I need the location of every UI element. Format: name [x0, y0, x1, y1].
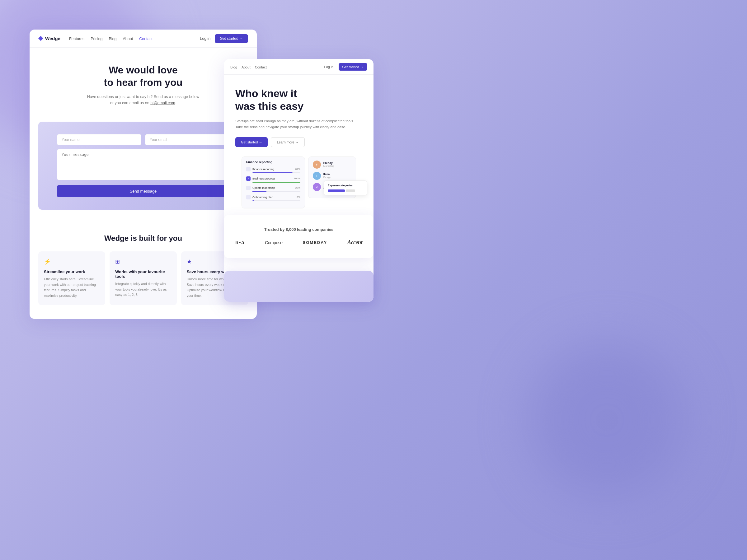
logo[interactable]: Wedge — [38, 36, 60, 41]
task-icon-finance — [246, 167, 251, 171]
right-hero: Who knew it was this easy Startups are h… — [224, 75, 374, 216]
task-icon-leadership — [246, 186, 251, 190]
right-hero-desc: Startups are hard enough as they are, wi… — [235, 118, 362, 130]
contact-description: Have questions or just want to say hi? S… — [42, 94, 244, 106]
user-item-freddy: F Freddy Marketing — [313, 161, 352, 169]
feature-desc-2: Integrate quickly and directly with your… — [115, 281, 171, 298]
task-item-proposal: ✓ Business proposal 100% — [246, 177, 300, 183]
tasks-card: Finance reporting Finance reporting 84% … — [241, 157, 305, 209]
user-name-ilana: Ilana — [324, 173, 352, 176]
trusted-logos: n•a Compose SOMEDAY Accent — [235, 239, 362, 246]
expense-bar-row — [328, 189, 363, 192]
lightning-icon: ⚡ — [44, 258, 100, 265]
built-title: Wedge is built for you — [38, 234, 248, 243]
task-item-onboarding: Onboarding plan 3% — [246, 195, 300, 201]
left-contact-panel: Wedge Features Pricing Blog About Contac… — [30, 30, 257, 319]
trusted-section: Trusted by 8,000 leading companies n•a C… — [224, 215, 374, 258]
feature-cards: ⚡ Streamline your work Efficiency starts… — [38, 251, 248, 305]
feature-desc-1: Efficiency starts here. Streamline your … — [44, 276, 100, 298]
feature-card-streamline: ⚡ Streamline your work Efficiency starts… — [38, 251, 105, 305]
task-item-finance: Finance reporting 84% — [246, 167, 300, 173]
avatar-julianna: J — [313, 183, 321, 191]
right-nav-links: Blog About Contact — [230, 64, 319, 70]
right-nav: Blog About Contact Log in Get started → — [224, 59, 374, 75]
feature-title-1: Streamline your work — [44, 269, 100, 274]
contact-hero: We would love to hear from you Have ques… — [30, 48, 257, 115]
user-info-freddy: Freddy Marketing — [324, 161, 352, 167]
user-item-ilana: I Ilana Design — [313, 172, 352, 180]
expense-bar-primary — [328, 189, 345, 192]
nav-item-about[interactable]: About — [123, 36, 133, 42]
send-button[interactable]: Send message — [57, 185, 229, 197]
logo-accent: Accent — [347, 239, 362, 246]
task-percent-finance: 84% — [295, 168, 300, 170]
nav-item-features[interactable]: Features — [69, 36, 84, 42]
message-input[interactable] — [57, 149, 229, 180]
right-get-started-cta[interactable]: Get started → — [235, 137, 268, 147]
logo-icon — [38, 36, 43, 41]
contact-form-container: Send message — [38, 122, 248, 210]
right-hero-panel: Blog About Contact Log in Get started → … — [224, 59, 374, 302]
logo-compose: Compose — [265, 240, 282, 245]
tasks-title: Finance reporting — [246, 161, 300, 164]
task-percent-proposal: 100% — [294, 177, 300, 180]
task-percent-onboarding: 3% — [297, 196, 300, 198]
user-name-freddy: Freddy — [324, 161, 352, 165]
right-get-started-button[interactable]: Get started → — [339, 63, 367, 71]
nav-item-blog[interactable]: Blog — [109, 36, 117, 42]
learn-more-button[interactable]: Learn more → — [271, 137, 304, 147]
task-name-proposal: Business proposal — [252, 177, 292, 180]
task-name-leadership: Update leadership — [252, 186, 293, 189]
form-name-email-row — [57, 134, 229, 145]
right-nav-contact[interactable]: Contact — [255, 64, 267, 70]
contact-title: We would love to hear from you — [42, 64, 244, 89]
right-hero-title: Who knew it was this easy — [235, 87, 362, 113]
user-info-ilana: Ilana Design — [324, 173, 352, 179]
nav: Wedge Features Pricing Blog About Contac… — [30, 30, 257, 48]
grid-icon: ⊞ — [115, 258, 171, 265]
task-name-finance: Finance reporting — [252, 168, 293, 171]
feature-card-tools: ⊞ Works with your favourite tools Integr… — [109, 251, 177, 305]
task-percent-leadership: 29% — [295, 186, 300, 189]
avatar-ilana: I — [313, 172, 321, 180]
expense-card: Expense categories — [324, 181, 367, 195]
built-section: Wedge is built for you ⚡ Streamline your… — [30, 218, 257, 318]
bottom-gradient-card — [224, 271, 374, 302]
right-hero-buttons: Get started → Learn more → — [235, 137, 362, 147]
right-nav-about[interactable]: About — [241, 64, 251, 70]
email-link[interactable]: hi@email.com — [150, 101, 175, 105]
nav-links: Features Pricing Blog About Contact — [69, 36, 200, 42]
expense-title: Expense categories — [328, 184, 363, 187]
logo-na: n•a — [235, 240, 244, 245]
right-nav-blog[interactable]: Blog — [230, 64, 237, 70]
avatar-freddy: F — [313, 161, 321, 169]
login-link[interactable]: Log in — [200, 36, 210, 41]
trusted-title: Trusted by 8,000 leading companies — [235, 227, 362, 232]
logo-text: Wedge — [45, 36, 60, 41]
name-input[interactable] — [57, 134, 141, 145]
get-started-button[interactable]: Get started → — [215, 34, 248, 43]
task-item-leadership: Update leadership 29% — [246, 186, 300, 192]
email-input[interactable] — [145, 134, 229, 145]
user-role-freddy: Marketing — [324, 165, 352, 167]
user-role-ilana: Design — [324, 176, 352, 179]
task-icon-proposal: ✓ — [246, 177, 251, 181]
right-login-link[interactable]: Log in — [324, 65, 334, 69]
task-icon-onboarding — [246, 195, 251, 199]
logo-someday: SOMEDAY — [303, 240, 328, 245]
nav-right: Log in Get started → — [200, 34, 248, 43]
feature-title-2: Works with your favourite tools — [115, 269, 171, 279]
expense-bar-secondary — [346, 189, 355, 192]
nav-item-pricing[interactable]: Pricing — [91, 36, 102, 42]
nav-item-contact[interactable]: Contact — [139, 36, 153, 42]
task-name-onboarding: Onboarding plan — [252, 196, 295, 199]
